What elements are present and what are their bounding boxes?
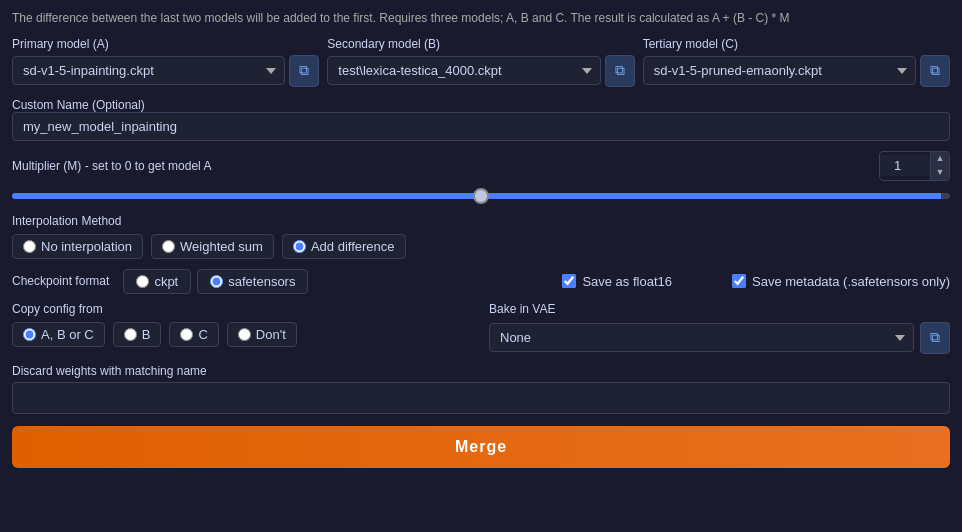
copy-icon-2: ⧉ xyxy=(615,62,625,79)
primary-model-label: Primary model (A) xyxy=(12,37,319,51)
model-selects-row: Primary model (A) sd-v1-5-inpainting.ckp… xyxy=(12,37,950,87)
interp-add-difference-label: Add difference xyxy=(311,239,395,254)
save-float16-checkbox[interactable] xyxy=(562,274,576,288)
safetensors-radio[interactable] xyxy=(210,275,223,288)
custom-name-label: Custom Name (Optional) xyxy=(12,98,145,112)
multiplier-up-btn[interactable]: ▲ xyxy=(931,152,949,166)
interp-weighted-sum-radio[interactable] xyxy=(162,240,175,253)
interpolation-title: Interpolation Method xyxy=(12,214,950,228)
copy-b-label: B xyxy=(142,327,151,342)
copy-c-label: C xyxy=(198,327,207,342)
save-metadata-checkbox[interactable] xyxy=(732,274,746,288)
interpolation-section: Interpolation Method No interpolation We… xyxy=(12,214,950,259)
save-metadata-label: Save metadata (.safetensors only) xyxy=(752,274,950,289)
tertiary-model-select[interactable]: sd-v1-5-pruned-emaonly.ckpt xyxy=(643,56,916,85)
interp-weighted-sum[interactable]: Weighted sum xyxy=(151,234,274,259)
copy-abc-label: A, B or C xyxy=(41,327,94,342)
checkpoint-format-label: Checkpoint format xyxy=(12,274,109,288)
interp-weighted-sum-label: Weighted sum xyxy=(180,239,263,254)
ckpt-label: ckpt xyxy=(154,274,178,289)
interp-no-interpolation[interactable]: No interpolation xyxy=(12,234,143,259)
bake-vae-select[interactable]: None xyxy=(489,323,914,352)
interp-add-difference-radio[interactable] xyxy=(293,240,306,253)
info-text: The difference between the last two mode… xyxy=(12,10,950,27)
copy-icon-3: ⧉ xyxy=(930,62,940,79)
multiplier-down-btn[interactable]: ▼ xyxy=(931,166,949,180)
safetensors-label: safetensors xyxy=(228,274,295,289)
tertiary-model-group: Tertiary model (C) sd-v1-5-pruned-emaonl… xyxy=(643,37,950,87)
multiplier-input-group: ▲ ▼ xyxy=(879,151,950,181)
copy-abc-radio[interactable] xyxy=(23,328,36,341)
copy-abc-option[interactable]: A, B or C xyxy=(12,322,105,347)
discard-weights-label: Discard weights with matching name xyxy=(12,364,950,378)
primary-model-select[interactable]: sd-v1-5-inpainting.ckpt xyxy=(12,56,285,85)
secondary-model-row: test\lexica-testica_4000.ckpt ⧉ xyxy=(327,55,634,87)
ckpt-radio[interactable] xyxy=(136,275,149,288)
multiplier-value-input[interactable] xyxy=(880,155,930,176)
save-float16-option[interactable]: Save as float16 xyxy=(562,274,672,289)
multiplier-spinner: ▲ ▼ xyxy=(930,152,949,180)
primary-model-row: sd-v1-5-inpainting.ckpt ⧉ xyxy=(12,55,319,87)
discard-weights-input[interactable] xyxy=(12,382,950,414)
tertiary-model-label: Tertiary model (C) xyxy=(643,37,950,51)
save-float16-label: Save as float16 xyxy=(582,274,672,289)
merge-button[interactable]: Merge xyxy=(12,426,950,468)
ckpt-btn[interactable]: ckpt xyxy=(123,269,191,294)
copy-bake-row: Copy config from A, B or C B C Don't Bak… xyxy=(12,302,950,354)
interp-no-interpolation-radio[interactable] xyxy=(23,240,36,253)
checkpoint-save-row: Checkpoint format ckpt safetensors Save … xyxy=(12,269,950,294)
copy-config-radio-group: A, B or C B C Don't xyxy=(12,322,473,347)
copy-c-option[interactable]: C xyxy=(169,322,218,347)
multiplier-slider[interactable] xyxy=(12,193,950,199)
copy-config-title: Copy config from xyxy=(12,302,473,316)
secondary-model-copy-btn[interactable]: ⧉ xyxy=(605,55,635,87)
secondary-model-group: Secondary model (B) test\lexica-testica_… xyxy=(327,37,634,87)
secondary-model-select[interactable]: test\lexica-testica_4000.ckpt xyxy=(327,56,600,85)
copy-b-option[interactable]: B xyxy=(113,322,162,347)
copy-dont-radio[interactable] xyxy=(238,328,251,341)
copy-icon: ⧉ xyxy=(299,62,309,79)
custom-name-section: Custom Name (Optional) xyxy=(12,97,950,151)
secondary-model-label: Secondary model (B) xyxy=(327,37,634,51)
bake-vae-title: Bake in VAE xyxy=(489,302,950,316)
primary-model-copy-btn[interactable]: ⧉ xyxy=(289,55,319,87)
multiplier-slider-container xyxy=(12,187,950,202)
multiplier-label: Multiplier (M) - set to 0 to get model A xyxy=(12,159,871,173)
interp-no-interpolation-label: No interpolation xyxy=(41,239,132,254)
interpolation-radio-group: No interpolation Weighted sum Add differ… xyxy=(12,234,950,259)
copy-b-radio[interactable] xyxy=(124,328,137,341)
primary-model-group: Primary model (A) sd-v1-5-inpainting.ckp… xyxy=(12,37,319,87)
copy-dont-label: Don't xyxy=(256,327,286,342)
save-metadata-option[interactable]: Save metadata (.safetensors only) xyxy=(732,274,950,289)
copy-config-section: Copy config from A, B or C B C Don't xyxy=(12,302,473,347)
safetensors-btn[interactable]: safetensors xyxy=(197,269,308,294)
custom-name-input[interactable] xyxy=(12,112,950,141)
tertiary-model-row: sd-v1-5-pruned-emaonly.ckpt ⧉ xyxy=(643,55,950,87)
bake-vae-select-row: None ⧉ xyxy=(489,322,950,354)
multiplier-row: Multiplier (M) - set to 0 to get model A… xyxy=(12,151,950,181)
checkpoint-format-btns: ckpt safetensors xyxy=(123,269,308,294)
discard-weights-section: Discard weights with matching name xyxy=(12,364,950,414)
copy-icon-4: ⧉ xyxy=(930,329,940,346)
copy-dont-option[interactable]: Don't xyxy=(227,322,297,347)
copy-c-radio[interactable] xyxy=(180,328,193,341)
bake-vae-copy-btn[interactable]: ⧉ xyxy=(920,322,950,354)
tertiary-model-copy-btn[interactable]: ⧉ xyxy=(920,55,950,87)
interp-add-difference[interactable]: Add difference xyxy=(282,234,406,259)
bake-vae-section: Bake in VAE None ⧉ xyxy=(489,302,950,354)
